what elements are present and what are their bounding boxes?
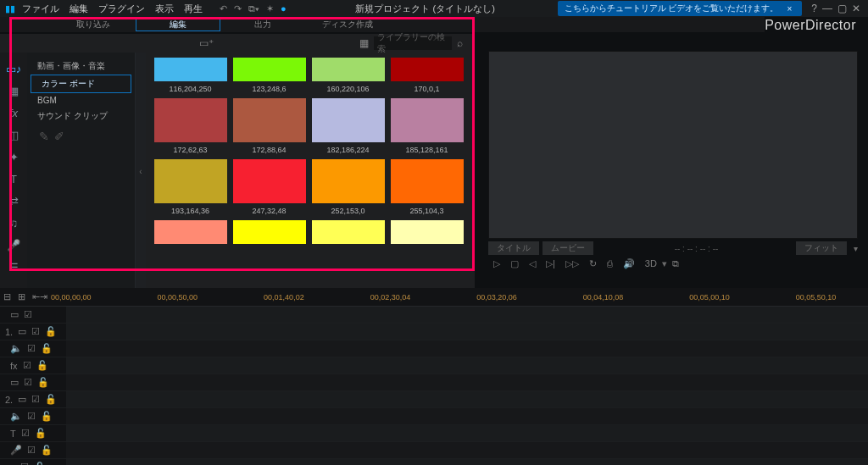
undo-icon[interactable]: ↶ — [220, 3, 227, 14]
search-icon[interactable]: ⌕ — [457, 37, 463, 49]
color-swatch[interactable] — [389, 220, 465, 257]
track-row[interactable]: 2.▭☑🔓 — [0, 391, 868, 408]
tree-soundclip[interactable]: サウンド クリップ — [27, 108, 135, 125]
chevron-down-icon[interactable]: ▾ — [854, 244, 858, 253]
room-title[interactable]: T — [0, 168, 27, 190]
maximize-icon[interactable]: ▢ — [837, 3, 847, 14]
grid-view-icon[interactable]: ▦ — [359, 37, 369, 49]
track-enable-icon[interactable]: ☑ — [27, 411, 36, 422]
chevron-down-icon[interactable]: ▾ — [662, 258, 667, 269]
track-row[interactable]: fx☑🔓 — [0, 357, 868, 374]
tab-produce[interactable]: 出力 — [220, 19, 305, 30]
color-swatch[interactable]: 193,164,36 — [153, 159, 228, 217]
room-fx[interactable]: ▦ — [0, 80, 27, 102]
tutorial-banner[interactable]: こちらからチュートリアル ビデオをご覧いただけます。 × — [558, 1, 803, 16]
next-frame-icon[interactable]: ▷| — [546, 258, 555, 269]
track-enable-icon[interactable]: ☑ — [31, 326, 40, 337]
tree-bgm[interactable]: BGM — [27, 93, 135, 108]
library-search[interactable]: ライブラリーの検索 — [374, 36, 452, 50]
redo-icon[interactable]: ↷ — [234, 3, 242, 14]
track-enable-icon[interactable]: ☑ — [27, 445, 36, 456]
color-swatch[interactable] — [153, 220, 228, 257]
track-lock-icon[interactable]: 🔓 — [41, 445, 53, 456]
tab-edit[interactable]: 編集 — [136, 18, 220, 31]
track-visible-icon[interactable]: ▭ — [10, 309, 19, 320]
track-lock-icon[interactable]: 🔓 — [45, 394, 57, 405]
color-swatch[interactable]: 182,186,224 — [310, 98, 386, 156]
color-swatch[interactable]: 255,104,3 — [389, 159, 465, 217]
collapse-handle[interactable]: ‹ — [136, 53, 146, 290]
track-enable-icon[interactable]: ☑ — [20, 462, 29, 465]
snapshot-icon[interactable]: ⎙ — [607, 258, 613, 268]
track-enable-icon[interactable]: ☑ — [24, 377, 32, 388]
track-enable-icon[interactable]: ☑ — [23, 360, 31, 371]
room-media[interactable]: ▭♪ — [0, 58, 27, 80]
minimize-icon[interactable]: — — [822, 3, 832, 14]
tree-colorboard[interactable]: カラー ボード — [31, 75, 131, 93]
share-icon[interactable]: ✶ — [266, 3, 274, 14]
track-row[interactable]: 🔈☑🔓 — [0, 408, 868, 425]
room-voice[interactable]: 🎤 — [0, 234, 27, 256]
track-row[interactable]: T☑🔓 — [0, 425, 868, 442]
zoom-in-icon[interactable]: ⊞ — [18, 291, 25, 302]
menu-edit[interactable]: 編集 — [70, 3, 88, 15]
color-swatch[interactable]: 116,204,250 — [153, 58, 228, 95]
track-row[interactable]: 🔈☑🔓 — [0, 340, 868, 357]
color-swatch[interactable]: 172,62,63 — [153, 98, 228, 156]
popout-icon[interactable]: ⧉ — [672, 258, 679, 269]
menu-view[interactable]: 表示 — [155, 3, 174, 15]
track-row[interactable]: 1.▭☑🔓 — [0, 324, 868, 340]
preview-tab-clip[interactable]: タイトル — [488, 241, 539, 255]
room-fxtext[interactable]: fx — [0, 102, 27, 124]
track-lock-icon[interactable]: 🔓 — [45, 326, 57, 337]
color-swatch[interactable]: 252,153,0 — [310, 159, 386, 217]
room-audio[interactable]: ♫ — [0, 212, 27, 234]
fast-forward-icon[interactable]: ▷▷ — [565, 258, 579, 269]
prev-frame-icon[interactable]: ◁ — [529, 258, 536, 269]
tree-tools[interactable]: ✎✐ — [27, 130, 135, 143]
color-swatch[interactable]: 123,248,6 — [231, 58, 307, 95]
fit-icon[interactable]: ⇤⇥ — [32, 291, 47, 302]
room-pip[interactable]: ◫ — [0, 124, 27, 146]
menu-file[interactable]: ファイル — [22, 3, 59, 15]
tab-disc[interactable]: ディスク作成 — [305, 19, 390, 30]
room-particle[interactable]: ✦ — [0, 146, 27, 168]
track-lock-icon[interactable]: 🔓 — [41, 343, 53, 354]
track-enable-icon[interactable]: ☑ — [31, 394, 40, 405]
track-lock-icon[interactable]: 🔓 — [34, 462, 46, 465]
track-enable-icon[interactable]: ☑ — [27, 343, 36, 354]
aspect-dropdown[interactable]: ⧉▾ — [248, 3, 259, 14]
volume-icon[interactable]: 🔊 — [623, 258, 635, 269]
track-lock-icon[interactable]: 🔓 — [37, 377, 49, 388]
loop-icon[interactable]: ↻ — [589, 258, 597, 269]
room-transition[interactable]: ⇄ — [0, 190, 27, 212]
track-enable-icon[interactable]: ☑ — [24, 309, 32, 320]
help-icon[interactable]: ? — [811, 3, 817, 14]
menu-play[interactable]: 再生 — [184, 3, 203, 15]
tree-media[interactable]: 動画・画像・音楽 — [27, 58, 135, 75]
preview-tab-movie[interactable]: ムービー — [542, 241, 593, 255]
track-lock-icon[interactable]: 🔓 — [41, 411, 53, 422]
cloud-icon[interactable]: ● — [281, 3, 287, 14]
color-swatch[interactable]: 185,128,161 — [389, 98, 465, 156]
tutorial-close-icon[interactable]: × — [787, 4, 792, 14]
preview-fit[interactable]: フィット — [796, 241, 847, 255]
import-icon[interactable]: ▭⁺ — [199, 37, 214, 49]
room-chapter[interactable]: ☰ — [0, 256, 27, 278]
track-row[interactable]: 🎤☑🔓 — [0, 442, 868, 459]
zoom-out-icon[interactable]: ⊟ — [3, 291, 11, 302]
track-lock-icon[interactable]: 🔓 — [35, 428, 47, 439]
3d-icon[interactable]: 3D — [645, 258, 657, 268]
track-lock-icon[interactable]: 🔓 — [36, 360, 48, 371]
track-enable-icon[interactable]: ☑ — [21, 428, 30, 439]
track-row[interactable]: ♪☑🔓 — [0, 459, 868, 465]
close-icon[interactable]: ✕ — [852, 3, 860, 14]
play-icon[interactable]: ▷ — [493, 258, 500, 269]
color-swatch[interactable] — [231, 220, 307, 257]
color-swatch[interactable]: 247,32,48 — [231, 159, 307, 217]
track-row[interactable]: ▭☑🔓 — [0, 374, 868, 391]
color-swatch[interactable] — [310, 220, 386, 257]
stop-icon[interactable]: ▢ — [510, 258, 519, 269]
color-swatch[interactable]: 160,220,106 — [310, 58, 386, 95]
menu-plugin[interactable]: プラグイン — [98, 3, 145, 15]
